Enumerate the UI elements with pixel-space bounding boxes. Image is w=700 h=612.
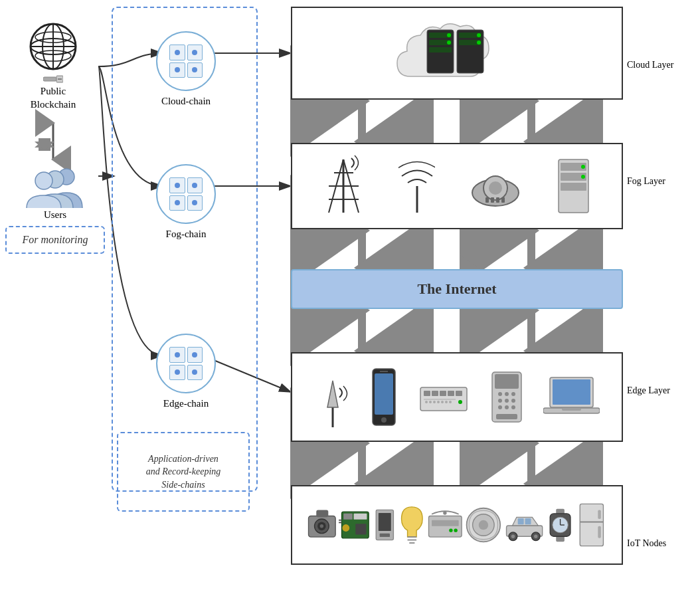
edge-layer-label: Edge Layer	[627, 385, 670, 396]
svg-point-127	[454, 528, 457, 532]
for-monitoring-label: For monitoring	[22, 234, 88, 245]
svg-rect-76	[424, 391, 430, 396]
svg-rect-115	[355, 524, 366, 534]
svg-rect-62	[501, 197, 505, 203]
edge-chain-grid	[169, 347, 203, 380]
car-icon	[503, 507, 545, 544]
fog-layer-icons	[292, 144, 622, 228]
svg-point-131	[479, 520, 488, 529]
svg-point-138	[534, 534, 537, 538]
svg-rect-120	[380, 534, 390, 537]
svg-rect-113	[353, 514, 367, 520]
internet-bar: The Internet	[291, 269, 623, 309]
svg-point-37	[35, 172, 52, 189]
svg-point-42	[447, 41, 451, 45]
svg-rect-61	[496, 197, 499, 203]
svg-rect-105	[562, 408, 581, 411]
cloud-servers-icon	[391, 17, 523, 90]
svg-point-88	[445, 401, 448, 403]
blockchain-container: Cloud-chain Fog-chain Edge-chain	[112, 7, 258, 492]
antenna-tower-icon	[322, 153, 365, 219]
svg-rect-110	[316, 510, 328, 517]
svg-point-109	[320, 524, 323, 528]
svg-rect-59	[485, 197, 489, 203]
svg-point-97	[511, 399, 515, 403]
gateway-icon	[417, 374, 470, 421]
svg-point-81	[458, 400, 462, 404]
fog-chain-node	[156, 164, 216, 224]
fog-chain-grid	[169, 177, 203, 211]
svg-point-58	[489, 181, 502, 195]
svg-point-83	[425, 401, 428, 403]
svg-point-67	[581, 165, 585, 169]
svg-point-89	[449, 401, 452, 403]
users-label: Users	[44, 209, 66, 221]
svg-point-99	[505, 405, 509, 409]
svg-point-86	[437, 401, 440, 403]
circuit-device-icon	[371, 505, 398, 545]
svg-rect-78	[440, 391, 446, 396]
svg-marker-34	[35, 138, 54, 150]
blockchain-users-arrow	[35, 126, 54, 163]
svg-rect-134	[525, 518, 531, 524]
fog-layer-label: Fog Layer	[627, 176, 665, 187]
iot-nodes-icons	[292, 486, 622, 563]
edge-chain-node	[156, 334, 216, 393]
svg-rect-103	[553, 379, 590, 405]
svg-rect-148	[598, 526, 602, 538]
cloud-chain-grid	[169, 45, 203, 78]
svg-point-84	[429, 401, 432, 403]
cloud-layer-icons	[292, 8, 622, 98]
svg-rect-112	[343, 514, 353, 520]
rack-server-icon	[555, 156, 592, 216]
modem-icon	[426, 505, 465, 545]
svg-point-85	[433, 401, 436, 403]
cloud-layer-box	[291, 7, 623, 100]
laptop-icon	[543, 371, 600, 424]
circular-device-icon	[464, 504, 503, 547]
camera-icon	[306, 502, 339, 548]
svg-rect-60	[491, 197, 494, 203]
connector-icon	[43, 74, 63, 84]
users-icon	[25, 165, 85, 208]
svg-point-48	[477, 41, 481, 45]
svg-point-68	[581, 175, 585, 179]
svg-point-94	[511, 392, 515, 396]
svg-rect-66	[561, 183, 586, 191]
users-group: Users	[12, 165, 98, 221]
edge-layer-box	[291, 352, 623, 442]
cloud-chain-label: Cloud-chain	[146, 96, 226, 107]
wifi-signal-icon	[398, 153, 435, 219]
svg-rect-28	[43, 77, 56, 81]
internet-label: The Internet	[417, 280, 496, 298]
public-blockchain: Public Blockchain	[13, 20, 93, 111]
iot-nodes-label: IoT Nodes	[627, 538, 666, 549]
lightbulb-icon	[398, 502, 426, 548]
svg-point-46	[477, 33, 481, 37]
app-sidechains-label: Application-driven and Record-keeping Si…	[146, 453, 221, 492]
edge-layer-icons	[292, 354, 622, 441]
svg-rect-91	[495, 374, 519, 389]
svg-point-96	[505, 399, 509, 403]
svg-rect-77	[432, 391, 438, 396]
svg-marker-70	[327, 381, 338, 407]
edge-antenna-icon	[314, 361, 351, 434]
svg-rect-80	[456, 391, 462, 396]
fog-chain-label: Fog-chain	[146, 229, 226, 240]
edge-chain-label: Edge-chain	[146, 398, 226, 409]
globe-icon	[27, 20, 80, 73]
svg-point-92	[498, 392, 502, 396]
svg-point-100	[511, 405, 515, 409]
svg-rect-72	[375, 373, 393, 415]
svg-point-95	[498, 399, 502, 403]
svg-rect-43	[429, 47, 452, 52]
svg-point-73	[381, 417, 387, 423]
iot-nodes-box	[291, 485, 623, 565]
svg-point-98	[498, 405, 502, 409]
cloud-layer-label: Cloud Layer	[627, 60, 673, 70]
svg-rect-119	[379, 513, 391, 531]
svg-rect-101	[496, 414, 517, 419]
svg-point-114	[342, 524, 349, 532]
svg-rect-124	[428, 516, 462, 537]
svg-point-40	[447, 33, 451, 37]
